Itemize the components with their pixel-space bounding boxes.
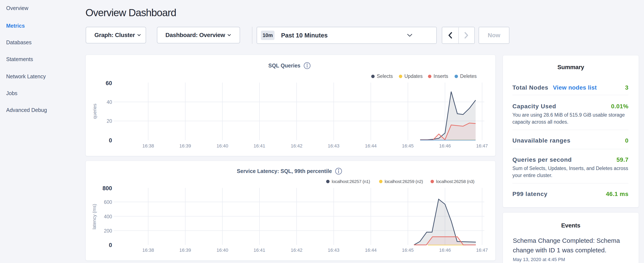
svg-text:16:47: 16:47 [476,143,488,149]
svg-text:16:39: 16:39 [179,143,191,149]
svg-text:600: 600 [104,199,112,205]
svg-text:16:44: 16:44 [365,143,376,149]
svg-text:16:47: 16:47 [476,247,488,253]
svg-text:40: 40 [106,99,112,105]
svg-text:16:40: 16:40 [216,247,228,253]
svg-text:16:40: 16:40 [216,143,228,149]
svg-text:16:41: 16:41 [254,143,265,149]
svg-text:60: 60 [106,80,112,86]
svg-text:16:38: 16:38 [142,247,154,253]
svg-text:0: 0 [109,242,112,248]
svg-text:800: 800 [102,185,112,191]
svg-text:latency (ms): latency (ms) [92,204,97,229]
svg-text:200: 200 [104,228,112,234]
svg-text:16:42: 16:42 [291,247,302,253]
svg-text:16:43: 16:43 [328,247,339,253]
svg-text:16:44: 16:44 [365,247,376,253]
svg-text:0: 0 [109,137,112,144]
svg-text:16:45: 16:45 [402,143,414,149]
svg-text:16:42: 16:42 [291,143,302,149]
svg-text:16:45: 16:45 [402,247,414,253]
svg-text:16:41: 16:41 [254,247,265,253]
svg-text:queries: queries [92,104,98,119]
svg-text:16:46: 16:46 [439,143,451,149]
svg-text:400: 400 [104,214,112,219]
svg-text:16:39: 16:39 [179,247,191,253]
svg-text:16:43: 16:43 [328,143,339,149]
svg-text:16:38: 16:38 [142,143,154,149]
svg-text:20: 20 [106,118,112,124]
svg-text:16:46: 16:46 [439,247,451,253]
